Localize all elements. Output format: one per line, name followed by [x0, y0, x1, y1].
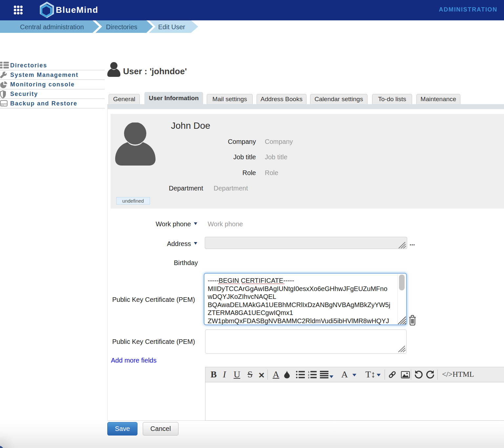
svg-text:3: 3 [308, 376, 309, 378]
